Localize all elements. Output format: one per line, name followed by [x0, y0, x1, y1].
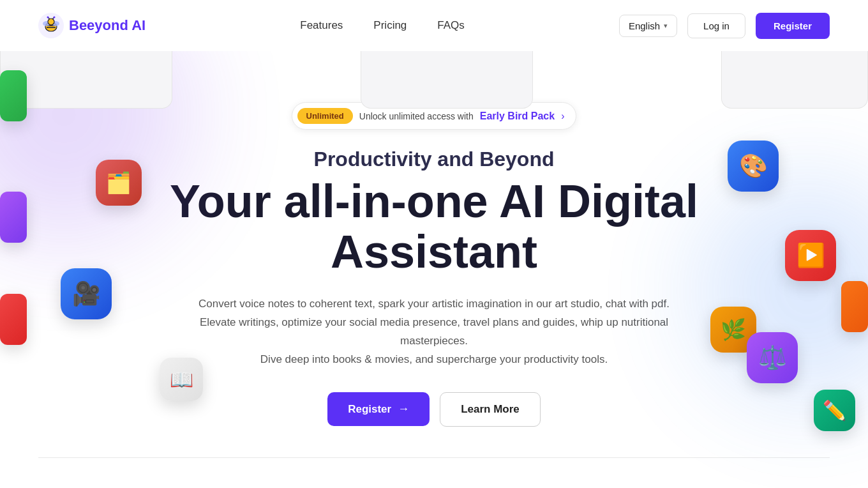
hero-divider — [38, 457, 830, 458]
cta-register-label: Register — [348, 403, 391, 416]
hero-desc-1: Convert voice notes to coherent text, sp… — [172, 295, 696, 314]
promo-badge: Unlimited Unlock unlimited access with E… — [292, 102, 577, 130]
purple-bar-left-icon — [0, 192, 27, 243]
early-bird-link[interactable]: Early Bird Pack — [480, 111, 555, 122]
cta-register-button[interactable]: Register → — [327, 392, 430, 426]
hero-desc-2: Elevate writings, optimize your social m… — [172, 314, 696, 351]
badge-arrow-icon: › — [561, 111, 564, 122]
svg-point-7 — [48, 19, 54, 25]
register-button[interactable]: Register — [756, 13, 830, 39]
orange-bar-right-icon — [841, 281, 868, 332]
chevron-down-icon: ▾ — [664, 22, 668, 30]
nav-pricing[interactable]: Pricing — [373, 19, 407, 31]
window-center — [361, 51, 533, 109]
navbar: Beeyond AI Features Pricing FAQs English… — [0, 0, 868, 51]
svg-point-9 — [47, 17, 49, 19]
hero-description: Convert voice notes to coherent text, sp… — [172, 295, 696, 369]
red-bar-left-icon — [0, 294, 27, 345]
window-left — [0, 51, 172, 109]
window-right — [721, 51, 868, 109]
hero-title: Your all-in-one AI Digital Assistant — [38, 176, 830, 277]
hero-desc-3: Dive deep into books & movies, and super… — [172, 351, 696, 369]
scales-app-icon: ⚖️ — [747, 332, 798, 383]
green-bar-left-icon — [0, 70, 27, 121]
nav-links: Features Pricing FAQs — [300, 19, 465, 32]
svg-point-11 — [54, 17, 56, 19]
nature-app-icon: 🌿 — [710, 307, 756, 353]
nav-faqs[interactable]: FAQs — [437, 19, 465, 31]
logo-text: Beeyond AI — [69, 17, 146, 34]
badge-unlimited-label: Unlimited — [297, 108, 353, 124]
cta-buttons: Register → Learn More — [38, 392, 830, 427]
logo[interactable]: Beeyond AI — [38, 13, 146, 38]
hero-section: 🗂️ 🎥 📖 🎨 ▶️ 🌿 ⚖️ ✏️ Unlimited — [0, 51, 868, 488]
hero-windows — [0, 51, 868, 109]
hero-subtitle: Productivity and Beyond — [38, 148, 830, 171]
cta-learn-button[interactable]: Learn More — [440, 392, 541, 427]
login-button[interactable]: Log in — [687, 13, 745, 38]
arrow-right-icon: → — [398, 402, 409, 416]
badge-description: Unlock unlimited access with — [359, 111, 474, 121]
nav-right: English ▾ Log in Register — [619, 13, 830, 39]
language-selector[interactable]: English ▾ — [619, 15, 677, 37]
nav-features[interactable]: Features — [300, 19, 343, 31]
language-label: English — [629, 20, 660, 31]
